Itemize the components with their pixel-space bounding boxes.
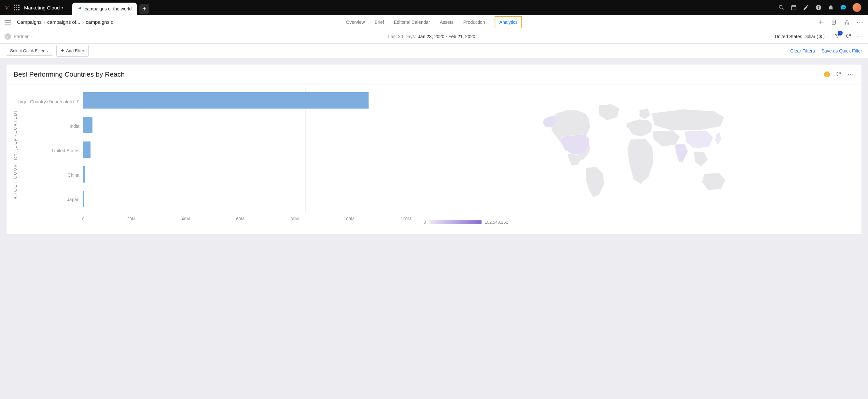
map-se-asia	[694, 151, 708, 167]
plus-icon: +	[61, 47, 64, 54]
x-tick-4: 80M	[290, 217, 299, 221]
nav-brief[interactable]: Brief	[375, 16, 384, 28]
nav-production[interactable]: Production	[463, 16, 485, 28]
panel-body: TARGET COUNTRY (DEPRECATED) NO "Target C…	[6, 84, 862, 234]
nav-right: ⋯	[817, 19, 863, 25]
svg-rect-12	[848, 23, 849, 24]
apps-grid-icon[interactable]	[14, 5, 20, 10]
quick-filter-select[interactable]: Select Quick Filter ⌄	[6, 46, 53, 56]
breadcrumb-1[interactable]: campaigns of...	[47, 19, 81, 25]
nav-assets[interactable]: Assets	[440, 16, 454, 28]
bar-1[interactable]	[83, 117, 92, 133]
map-scandinavia	[640, 108, 651, 119]
nav-editorial[interactable]: Editorial Calendar	[394, 16, 430, 28]
nav-analytics[interactable]: Analytics	[495, 16, 522, 28]
chevron-right-icon: ›	[31, 34, 33, 39]
svg-point-5	[844, 7, 845, 7]
warning-icon[interactable]: i	[824, 72, 830, 77]
tab-strip: campaigns of the world +	[72, 0, 149, 15]
x-tick-2: 40M	[182, 217, 190, 221]
save-quick-filter-link[interactable]: Save as Quick Filter	[822, 48, 862, 54]
svg-rect-11	[845, 23, 846, 24]
bar-3[interactable]	[83, 166, 85, 182]
search-icon[interactable]	[778, 4, 785, 11]
x-tick-5: 100M	[344, 217, 354, 221]
more-icon[interactable]: ⋯	[857, 35, 863, 38]
panel-title: Best Performing Countries by Reach	[14, 70, 125, 78]
breadcrumb-0[interactable]: Campaigns	[17, 19, 42, 25]
top-bar: Marketing Cloud ▾ campaigns of the world…	[0, 0, 868, 15]
map-legend: 0 102,548,262	[424, 220, 508, 225]
map-south-america	[586, 167, 604, 197]
refresh-icon[interactable]	[845, 33, 851, 40]
legend-gradient	[429, 220, 482, 224]
bar-2[interactable]	[83, 141, 91, 158]
map-greenland	[599, 104, 619, 121]
x-tick-3: 60M	[236, 217, 244, 221]
info-line: i Partner › Last 30 Days: Jan 23, 2020 -…	[0, 29, 868, 44]
bar-0[interactable]	[83, 92, 369, 109]
panel-header: Best Performing Countries by Reach i ⋯	[6, 64, 862, 84]
partner-label[interactable]: Partner	[14, 34, 29, 39]
nav-overview[interactable]: Overview	[346, 16, 365, 28]
svg-point-3	[842, 7, 843, 7]
chat-icon[interactable]	[840, 4, 846, 11]
help-icon[interactable]: ?	[815, 4, 822, 11]
svg-rect-10	[846, 20, 847, 21]
filter-funnel-icon[interactable]: 1	[834, 33, 840, 40]
x-tick-6: 120M	[400, 217, 411, 221]
chevron-down-icon: ▾	[62, 6, 63, 9]
date-range-selector[interactable]: Last 30 Days: Jan 23, 2020 - Feb 21, 202…	[388, 34, 480, 39]
map-china	[685, 131, 713, 149]
map-japan	[715, 132, 721, 144]
svg-text:?: ?	[817, 5, 819, 9]
product-label: Marketing Cloud	[24, 5, 60, 10]
user-avatar[interactable]	[852, 3, 862, 12]
currency-selector[interactable]: United States Dollar ( $ ) ⌄	[775, 34, 829, 39]
add-tab-button[interactable]: +	[140, 4, 149, 14]
bell-icon[interactable]	[828, 4, 834, 11]
breadcrumbs: Campaigns › campaigns of... › campaigns …	[17, 19, 114, 25]
y-axis-labels: NO "Target Country (Deprecated)" F India…	[18, 88, 83, 225]
chevron-down-icon: ⌄	[827, 34, 829, 38]
breadcrumb-2[interactable]: campaigns o	[86, 19, 114, 25]
map-russia	[651, 109, 724, 131]
chevron-down-icon: ⌄	[46, 49, 49, 53]
hierarchy-icon[interactable]	[844, 19, 850, 25]
date-prefix: Last 30 Days:	[388, 34, 416, 39]
map-svg	[538, 99, 740, 200]
calendar-icon[interactable]: 21	[790, 4, 797, 11]
topbar-left: Marketing Cloud ▾ campaigns of the world…	[3, 0, 149, 15]
filter-bar: Select Quick Filter ⌄ + Add Filter Clear…	[0, 44, 868, 58]
active-tab[interactable]: campaigns of the world	[72, 3, 137, 15]
filter-actions: Clear Filters Save as Quick Filter	[790, 48, 862, 54]
panel-refresh-icon[interactable]	[836, 71, 842, 78]
more-icon[interactable]: ⋯	[857, 21, 863, 24]
plus-icon[interactable]	[817, 19, 824, 25]
bars-container	[83, 88, 417, 211]
edit-icon[interactable]	[803, 4, 809, 11]
map-europe	[628, 119, 652, 137]
nav-tabs: Overview Brief Editorial Calendar Assets…	[346, 16, 522, 28]
add-filter-button[interactable]: + Add Filter	[56, 45, 88, 57]
map-india	[675, 143, 688, 162]
clear-filters-link[interactable]: Clear Filters	[790, 48, 815, 54]
hamburger-icon[interactable]	[5, 20, 11, 24]
quick-filter-label: Select Quick Filter	[10, 48, 44, 53]
x-tick-0: 0	[82, 217, 84, 221]
info-icon[interactable]: i	[5, 33, 11, 40]
product-switcher[interactable]: Marketing Cloud ▾	[24, 5, 63, 10]
nav-bar: Campaigns › campaigns of... › campaigns …	[0, 15, 868, 29]
notes-icon[interactable]	[831, 19, 837, 25]
sprinklr-logo-icon	[3, 4, 10, 11]
info-right: United States Dollar ( $ ) ⌄ 1 ⋯	[775, 33, 863, 40]
widget-panel: Best Performing Countries by Reach i ⋯ T…	[6, 64, 862, 234]
world-map[interactable]: 0 102,548,262	[424, 88, 855, 225]
chevron-right-icon: ›	[43, 19, 45, 25]
bar-4[interactable]	[83, 191, 84, 207]
x-tick-1: 20M	[127, 217, 135, 221]
topbar-right: 21 ?	[778, 3, 865, 12]
map-africa	[627, 139, 653, 184]
panel-more-icon[interactable]: ⋯	[847, 73, 854, 76]
filter-count-badge: 1	[838, 31, 843, 35]
